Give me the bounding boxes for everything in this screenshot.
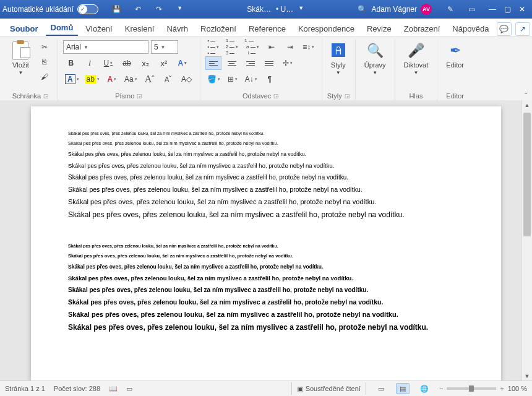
word-count[interactable]: Počet slov: 288 bbox=[54, 385, 100, 392]
font-color-button[interactable]: A bbox=[104, 72, 120, 86]
menu-home[interactable]: Domů bbox=[46, 20, 79, 36]
para-8[interactable]: Skákal pes přes oves, přes zelenou louku… bbox=[68, 210, 464, 219]
menu-design[interactable]: Návrh bbox=[161, 22, 193, 36]
menu-help[interactable]: Nápověda bbox=[447, 22, 494, 36]
bold-button[interactable]: B bbox=[63, 56, 79, 70]
change-case-button[interactable]: Aa bbox=[122, 72, 139, 86]
para-3[interactable]: Skákal pes přes oves, přes zelenou louku… bbox=[68, 151, 464, 157]
notes-icon[interactable]: ✎ bbox=[443, 5, 458, 14]
para-2[interactable]: Skákal pes přes oves, přes zelenou louku… bbox=[68, 140, 464, 146]
para-4[interactable]: Skákal pes přes oves, přes zelenou louku… bbox=[68, 162, 464, 169]
para-5[interactable]: Skákal pes přes oves, přes zelenou louku… bbox=[68, 174, 464, 181]
qat-dropdown-icon[interactable]: ▼ bbox=[173, 5, 187, 14]
shrink-font-button[interactable]: Aˇ bbox=[160, 72, 176, 86]
styles-button[interactable]: 🅰 Styly ▼ bbox=[327, 40, 350, 87]
text-effects-button[interactable]: A bbox=[174, 56, 191, 70]
autosave-toggle[interactable] bbox=[77, 4, 98, 14]
title-dropdown-icon[interactable]: ▼ bbox=[298, 5, 304, 14]
accessibility-icon[interactable]: ▭ bbox=[126, 385, 132, 393]
save-icon[interactable]: 💾 bbox=[109, 5, 124, 14]
page[interactable]: Skákal pes přes oves, přes zelenou louku… bbox=[31, 106, 501, 381]
menu-view[interactable]: Zobrazení bbox=[399, 22, 445, 36]
menu-insert[interactable]: Vložení bbox=[80, 22, 117, 36]
text-outline-button[interactable]: A bbox=[63, 72, 81, 86]
undo-icon[interactable]: ↶ bbox=[131, 5, 145, 14]
para-6[interactable]: Skákal pes přes oves, přes zelenou louku… bbox=[68, 186, 464, 193]
zoom-value[interactable]: 100 % bbox=[508, 385, 527, 392]
menu-review[interactable]: Revize bbox=[362, 22, 397, 36]
sort-button[interactable]: A↓ bbox=[243, 72, 259, 86]
dictate-button[interactable]: 🎤 Diktovat ▼ bbox=[400, 40, 432, 87]
multilevel-button[interactable]: 1ai bbox=[242, 40, 261, 54]
para-1[interactable]: Skákal pes přes oves, přes zelenou louku… bbox=[68, 131, 464, 136]
indent-increase-button[interactable]: ⇥ bbox=[282, 40, 298, 54]
maximize-button[interactable]: ▢ bbox=[500, 0, 515, 19]
font-size-combo[interactable]: 5▼ bbox=[151, 40, 178, 54]
strikethrough-button[interactable]: ab bbox=[119, 56, 135, 70]
close-button[interactable]: ✕ bbox=[515, 0, 530, 19]
collapse-ribbon-icon[interactable]: ⌃ bbox=[523, 92, 528, 98]
para-b7[interactable]: Skákal pes přes oves, přes zelenou louku… bbox=[68, 311, 464, 318]
para-b8[interactable]: Skákal pes přes oves, přes zelenou louku… bbox=[68, 323, 464, 332]
font-name-combo[interactable]: Arial▼ bbox=[63, 40, 148, 54]
para-b5[interactable]: Skákal pes přes oves, přes zelenou louku… bbox=[68, 286, 464, 293]
cut-button[interactable]: ✂ bbox=[36, 40, 53, 54]
vertical-scrollbar[interactable]: ▲ ▼ bbox=[521, 100, 532, 381]
para-b6[interactable]: Skákal pes přes oves, přes zelenou louku… bbox=[68, 298, 464, 306]
spellcheck-icon[interactable]: 📖 bbox=[109, 385, 118, 393]
minimize-button[interactable]: — bbox=[485, 0, 500, 19]
asian-layout-button[interactable]: ✢ bbox=[280, 56, 296, 70]
para-b4[interactable]: Skákal pes přes oves, přes zelenou louku… bbox=[68, 275, 464, 282]
avatar[interactable]: AV bbox=[421, 4, 432, 15]
para-b3[interactable]: Skákal pes přes oves, přes zelenou louku… bbox=[68, 264, 464, 270]
search-icon[interactable]: 🔍 bbox=[358, 5, 367, 14]
format-painter-button[interactable]: 🖌 bbox=[36, 70, 53, 84]
editor-button[interactable]: ✒ Editor bbox=[442, 40, 468, 87]
highlight-button[interactable]: ab bbox=[84, 72, 101, 86]
scroll-up-icon[interactable]: ▲ bbox=[522, 100, 532, 110]
para-b2[interactable]: Skákal pes přes oves, přes zelenou louku… bbox=[68, 253, 464, 259]
user-name[interactable]: Adam Vágner bbox=[372, 5, 417, 14]
align-right-button[interactable] bbox=[242, 56, 259, 70]
zoom-out-button[interactable]: − bbox=[439, 385, 443, 392]
superscript-button[interactable]: x² bbox=[156, 56, 172, 70]
align-justify-button[interactable] bbox=[261, 56, 277, 70]
menu-draw[interactable]: Kreslení bbox=[120, 22, 160, 36]
page-indicator[interactable]: Stránka 1 z 1 bbox=[5, 385, 45, 392]
subscript-button[interactable]: x₂ bbox=[137, 56, 153, 70]
show-marks-button[interactable]: ¶ bbox=[262, 72, 278, 86]
grow-font-button[interactable]: Aˆ bbox=[142, 72, 158, 86]
ribbon-options-icon[interactable]: ▭ bbox=[464, 5, 479, 14]
align-center-button[interactable] bbox=[224, 56, 240, 70]
scroll-down-icon[interactable]: ▼ bbox=[522, 371, 532, 381]
copy-button[interactable]: ⎘ bbox=[36, 55, 53, 69]
focus-mode-button[interactable]: ▣ Soustředěné čtení bbox=[291, 382, 366, 395]
bullets-button[interactable]: ••• bbox=[205, 40, 221, 54]
launcher-icon[interactable]: ◲ bbox=[43, 93, 49, 99]
numbering-button[interactable]: 123 bbox=[224, 40, 240, 54]
underline-button[interactable]: U bbox=[100, 56, 116, 70]
indent-decrease-button[interactable]: ⇤ bbox=[264, 40, 280, 54]
menu-layout[interactable]: Rozložení bbox=[195, 22, 241, 36]
share-button[interactable]: ↗ bbox=[515, 22, 530, 36]
paste-button[interactable]: Vložit ▼ bbox=[9, 40, 33, 87]
clear-formatting-button[interactable]: A◇ bbox=[179, 72, 195, 86]
read-mode-button[interactable]: ▭ bbox=[375, 384, 387, 394]
menu-file[interactable]: Soubor bbox=[5, 22, 43, 36]
menu-references[interactable]: Reference bbox=[244, 22, 291, 36]
para-b1[interactable]: Skákal pes přes oves, přes zelenou louku… bbox=[68, 244, 464, 248]
line-spacing-button[interactable]: ≡↕ bbox=[301, 40, 317, 54]
launcher-icon[interactable]: ◲ bbox=[137, 93, 142, 99]
launcher-icon[interactable]: ◲ bbox=[273, 93, 279, 99]
shading-button[interactable]: 🪣 bbox=[205, 72, 222, 86]
align-left-button[interactable] bbox=[205, 56, 221, 70]
print-layout-button[interactable]: ▤ bbox=[396, 383, 410, 394]
italic-button[interactable]: I bbox=[82, 56, 98, 70]
editing-button[interactable]: 🔍 Úpravy ▼ bbox=[361, 40, 390, 87]
menu-mailings[interactable]: Korespondence bbox=[293, 22, 359, 36]
para-7[interactable]: Skákal pes přes oves, přes zelenou louku… bbox=[68, 198, 464, 205]
zoom-slider[interactable] bbox=[447, 387, 496, 390]
redo-icon[interactable]: ↷ bbox=[152, 5, 166, 14]
launcher-icon[interactable]: ◲ bbox=[345, 93, 350, 99]
zoom-in-button[interactable]: + bbox=[500, 385, 504, 392]
